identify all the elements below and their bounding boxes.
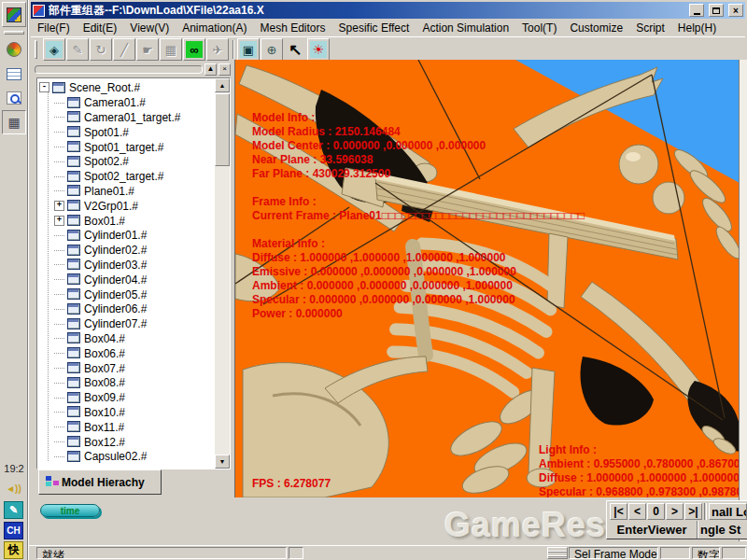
tree-expander[interactable] xyxy=(54,132,64,133)
ime-tool-icon[interactable]: 快 xyxy=(4,541,23,559)
link-bone-button[interactable]: ∞ xyxy=(183,38,205,61)
tree-item[interactable]: Box06.# xyxy=(39,345,232,360)
ime-language-indicator[interactable]: CH xyxy=(4,522,23,539)
tree-item[interactable]: Box08.# xyxy=(39,375,232,390)
menu-item[interactable]: View(V) xyxy=(123,20,176,36)
frame-last-button[interactable]: >| xyxy=(684,503,702,520)
tree-item[interactable]: Spot02_target.# xyxy=(39,169,232,184)
tree-expander[interactable] xyxy=(54,456,64,457)
menu-item[interactable]: Customize xyxy=(563,20,629,36)
frame-next-button[interactable]: > xyxy=(666,503,684,520)
tree-item[interactable]: Camera01.# xyxy=(39,95,232,110)
tree-item[interactable]: Cylinder03.# xyxy=(39,258,232,273)
menu-item[interactable]: Script xyxy=(629,20,671,36)
tree-expander[interactable] xyxy=(54,412,64,413)
plane-mode-button[interactable]: ✈ xyxy=(206,38,229,61)
tree-item[interactable]: Box10.# xyxy=(39,405,232,420)
menu-item[interactable]: Help(H) xyxy=(671,20,723,36)
tree-item[interactable]: Camera01_target.# xyxy=(39,110,232,125)
start-menu-button[interactable] xyxy=(2,2,26,27)
tree-item[interactable]: Plane01.# xyxy=(39,184,232,199)
tree-item[interactable]: Cylinder05.# xyxy=(39,287,232,301)
tree-expander[interactable] xyxy=(54,103,64,104)
tree-item[interactable]: Box07.# xyxy=(39,360,232,375)
ime-pen-icon[interactable]: ✎ xyxy=(4,501,23,519)
tree-expander[interactable] xyxy=(54,176,64,177)
toolbar-separator[interactable] xyxy=(230,38,236,61)
clipped-button-top[interactable]: nall Lo xyxy=(709,503,747,520)
tree-expander[interactable] xyxy=(39,82,49,92)
panel-close-button[interactable]: × xyxy=(218,63,231,76)
rotate-tool-button[interactable]: ↻ xyxy=(90,38,112,61)
clipped-button-bottom[interactable]: ngle St xyxy=(698,521,747,539)
menu-item[interactable]: Action Simulation xyxy=(416,20,515,36)
minimize-button[interactable] xyxy=(689,4,704,17)
restore-button[interactable] xyxy=(709,4,724,17)
enter-viewer-button[interactable]: EnterViewer xyxy=(607,521,698,539)
edit-mesh-button[interactable]: ✎ xyxy=(66,38,89,61)
tree-item[interactable]: Scene_Root.# xyxy=(39,80,232,95)
tree-item[interactable]: Capsule02.# xyxy=(39,449,232,464)
tree-expander[interactable] xyxy=(54,324,64,325)
tree-expander[interactable] xyxy=(54,147,64,147)
menu-item[interactable]: Animation(A) xyxy=(176,20,253,36)
tree-item[interactable]: Box11.# xyxy=(39,419,232,434)
tree-expander[interactable] xyxy=(54,190,64,191)
menu-item[interactable]: Spesific Effect xyxy=(332,20,416,36)
address-book-button[interactable] xyxy=(2,62,26,86)
panel-drag-grip[interactable] xyxy=(35,65,203,74)
tree-item[interactable]: Cylinder06.# xyxy=(39,301,232,316)
3d-viewport[interactable]: Model Info :Model Radius : 2150.146484Mo… xyxy=(234,60,739,497)
open-file-button[interactable]: ◈ xyxy=(43,38,65,61)
menu-item[interactable]: Tool(T) xyxy=(515,20,563,36)
pick-tool-button[interactable]: ☛ xyxy=(136,38,159,61)
close-button[interactable]: × xyxy=(728,4,743,17)
tree-expander[interactable] xyxy=(54,383,64,384)
toolbar-grip[interactable] xyxy=(35,40,37,59)
tree-item[interactable]: Box09.# xyxy=(39,390,232,405)
tree-expander[interactable] xyxy=(54,398,64,399)
select-arrow-button[interactable]: ↖ xyxy=(284,38,306,61)
speaker-icon[interactable]: ◄)) xyxy=(4,480,23,497)
tree-item[interactable]: Cylinder07.# xyxy=(39,316,232,331)
tree-expander[interactable] xyxy=(54,250,64,251)
tree-expander[interactable] xyxy=(54,279,64,280)
scroll-down-button[interactable]: ▼ xyxy=(215,455,230,469)
tab-model-hierarchy[interactable]: Model Hierachy xyxy=(38,469,162,495)
tree-expander[interactable] xyxy=(54,264,64,265)
mesh-pack-button[interactable]: ▦ xyxy=(160,38,182,61)
tree-item[interactable]: Box12.# xyxy=(39,434,232,449)
time-button[interactable]: time xyxy=(40,504,100,517)
scale-tool-button[interactable]: ╱ xyxy=(113,38,135,61)
tree-expander[interactable] xyxy=(54,353,64,354)
tree-expander[interactable] xyxy=(54,117,64,118)
tree-item[interactable]: Cylinder01.# xyxy=(39,228,232,243)
tree-item[interactable]: Box01.# xyxy=(39,213,232,228)
tree-expander[interactable] xyxy=(54,441,64,442)
frame-first-button[interactable]: |< xyxy=(610,503,627,520)
scroll-up-button[interactable]: ▲ xyxy=(215,78,230,92)
tree-item[interactable]: V2Grp01.# xyxy=(39,198,232,213)
menu-item[interactable]: Mesh Editors xyxy=(254,20,332,36)
network-button[interactable]: ▦ xyxy=(2,110,26,134)
tree-scrollbar[interactable]: ▲ ▼ xyxy=(215,78,230,469)
tree-expander[interactable] xyxy=(54,338,64,339)
status-grip-chip[interactable] xyxy=(547,547,568,559)
fragment-view-button[interactable]: ▣ xyxy=(237,38,260,61)
tree-item[interactable]: Spot01_target.# xyxy=(39,139,232,154)
menu-item[interactable]: Edit(E) xyxy=(77,20,124,36)
tree-item[interactable]: Cylinder04.# xyxy=(39,272,232,287)
tree-item[interactable]: Box04.# xyxy=(39,331,232,346)
tree-expander[interactable] xyxy=(54,201,64,211)
tree-expander[interactable] xyxy=(54,309,64,310)
scrollbar-thumb[interactable] xyxy=(215,93,230,166)
tree-expander[interactable] xyxy=(54,235,64,236)
tree-item[interactable]: Spot01.# xyxy=(39,124,232,139)
tree-expander[interactable] xyxy=(54,427,64,427)
tree-expander[interactable] xyxy=(54,368,64,369)
world-view-button[interactable]: ⊕ xyxy=(261,38,283,61)
menu-item[interactable]: File(F) xyxy=(31,20,77,36)
panel-rollup-button[interactable]: ▲ xyxy=(204,63,217,76)
tree-expander[interactable] xyxy=(54,294,64,295)
tree-item[interactable]: Spot02.# xyxy=(39,154,232,169)
